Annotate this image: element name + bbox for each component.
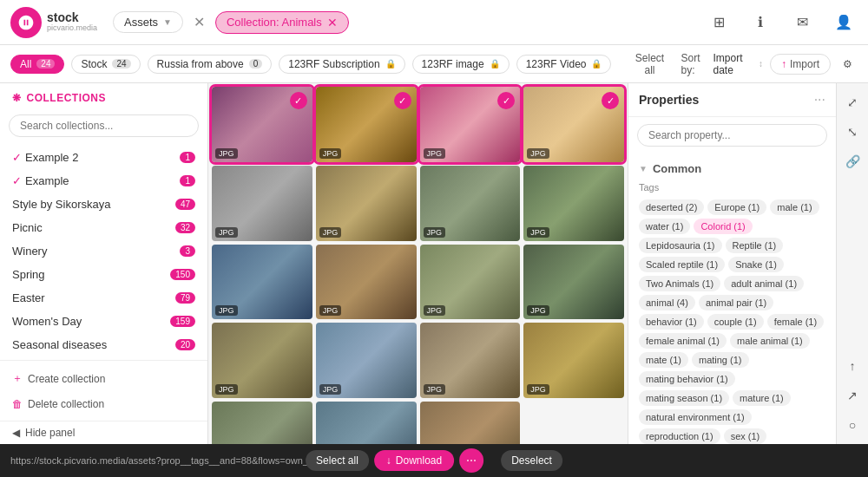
tag-chip[interactable]: female animal (1) bbox=[639, 333, 727, 349]
image-cell[interactable]: JPG bbox=[523, 166, 624, 241]
sort-control[interactable]: Sort by: Import date ↕ bbox=[681, 52, 763, 76]
settings-icon[interactable]: ⚙ bbox=[838, 52, 858, 76]
tag-chip[interactable]: Lepidosauria (1) bbox=[639, 238, 722, 253]
tags-container: deserted (2) Europe (1) male (1) water (… bbox=[628, 196, 836, 444]
image-cell[interactable]: JPG bbox=[523, 245, 624, 320]
sidebar-item-example2[interactable]: ✓ Example 2 1 bbox=[0, 146, 207, 169]
sidebar-item-womens-day[interactable]: Women's Day 159 bbox=[0, 310, 207, 333]
collection-tag[interactable]: Collection: Animals ✕ bbox=[215, 11, 349, 34]
image-cell[interactable]: JPG bbox=[316, 166, 417, 241]
sidebar-item-winery[interactable]: Winery 3 bbox=[0, 239, 207, 263]
tag-chip[interactable]: Two Animals (1) bbox=[639, 276, 720, 291]
delete-collection-button[interactable]: 🗑 Delete collection bbox=[12, 395, 195, 414]
filter-123rf-image-label: 123RF image bbox=[422, 58, 484, 70]
image-cell[interactable]: JPG bbox=[316, 245, 417, 320]
tag-chip[interactable]: Reptile (1) bbox=[726, 238, 784, 253]
create-collection-button[interactable]: ＋ Create collection bbox=[12, 368, 195, 389]
tag-chip[interactable]: natural environment (1) bbox=[639, 409, 752, 425]
image-cell[interactable]: ✓ JPG bbox=[212, 87, 312, 162]
tag-chip[interactable]: adult animal (1) bbox=[724, 276, 804, 291]
tag-chip[interactable]: couple (1) bbox=[707, 314, 764, 330]
collection-tag-close[interactable]: ✕ bbox=[327, 16, 338, 29]
tag-chip[interactable]: mating behavior (1) bbox=[639, 371, 735, 387]
tag-chip[interactable]: female (1) bbox=[767, 314, 825, 330]
download-button[interactable]: ↓ Download bbox=[374, 450, 454, 471]
image-cell[interactable]: JPG bbox=[523, 323, 624, 398]
plus-icon: ＋ bbox=[12, 371, 23, 386]
tag-chip[interactable]: male animal (1) bbox=[730, 333, 810, 349]
assets-tab[interactable]: Assets ▼ bbox=[113, 11, 183, 33]
check-icon: ✓ bbox=[12, 151, 22, 164]
sidebar-item-seasonal[interactable]: Seasonal diseases 20 bbox=[0, 333, 207, 356]
sidebar-item-style[interactable]: Style by Sikorskaya 47 bbox=[0, 193, 207, 216]
tag-chip[interactable]: Colorid (1) bbox=[694, 219, 752, 234]
info-icon[interactable]: ℹ bbox=[746, 9, 774, 36]
sidebar-item-picnic[interactable]: Picnic 32 bbox=[0, 216, 207, 239]
filter-123rf-image[interactable]: 123RF image 🔒 bbox=[412, 55, 510, 74]
select-all-bottom-button[interactable]: Select all bbox=[306, 450, 369, 471]
sidebar-search-input[interactable] bbox=[9, 114, 199, 137]
tag-chip[interactable]: mate (1) bbox=[639, 352, 688, 368]
format-badge: JPG bbox=[424, 148, 446, 159]
properties-menu-button[interactable]: ··· bbox=[814, 92, 825, 108]
tag-chip[interactable]: mature (1) bbox=[733, 390, 791, 406]
image-cell[interactable]: ✓ JPG bbox=[420, 87, 521, 162]
image-cell[interactable]: JPG bbox=[212, 402, 312, 444]
sliders-icon[interactable]: ⊞ bbox=[705, 9, 733, 36]
deselect-button[interactable]: Deselect bbox=[501, 450, 562, 471]
tag-chip[interactable]: animal pair (1) bbox=[699, 295, 773, 310]
close-assets-button[interactable]: ✕ bbox=[190, 10, 208, 34]
sidebar-item-easter[interactable]: Easter 79 bbox=[0, 286, 207, 310]
mail-icon[interactable]: ✉ bbox=[788, 9, 816, 36]
image-cell[interactable]: JPG bbox=[316, 402, 417, 444]
tag-chip[interactable]: water (1) bbox=[639, 219, 690, 234]
image-cell[interactable]: JPG bbox=[420, 245, 521, 320]
bottombar: https://stock.picvario.media/assets?prop… bbox=[0, 444, 868, 477]
tag-chip[interactable]: male (1) bbox=[770, 199, 819, 215]
share-icon[interactable]: ↗ bbox=[840, 383, 865, 408]
import-button[interactable]: ↑ Import bbox=[770, 54, 831, 75]
properties-title: Properties bbox=[639, 93, 699, 107]
tag-chip[interactable]: sex (1) bbox=[724, 428, 767, 444]
image-cell[interactable]: ✓ JPG bbox=[523, 87, 624, 162]
arrow-up-icon[interactable]: ↑ bbox=[840, 354, 865, 378]
select-all-button[interactable]: Select all bbox=[625, 49, 674, 80]
tag-chip[interactable]: reproduction (1) bbox=[639, 428, 720, 444]
image-cell[interactable]: JPG bbox=[212, 323, 312, 398]
image-cell[interactable]: JPG bbox=[420, 402, 521, 444]
filter-all[interactable]: All 24 bbox=[10, 55, 64, 74]
image-grid-container[interactable]: ✓ JPG ✓ JPG ✓ JPG ✓ JPG JPG JPG bbox=[208, 83, 628, 444]
image-cell[interactable]: JPG bbox=[420, 323, 521, 398]
circle-icon[interactable]: ○ bbox=[840, 413, 865, 437]
filter-123rf-video[interactable]: 123RF Video 🔒 bbox=[516, 55, 612, 74]
tag-chip[interactable]: mating season (1) bbox=[639, 390, 729, 406]
filter-123rf-sub[interactable]: 123RF Subscription 🔒 bbox=[279, 55, 404, 74]
image-cell[interactable]: ✓ JPG bbox=[316, 87, 417, 162]
tag-chip[interactable]: mating (1) bbox=[692, 352, 749, 368]
image-cell[interactable]: JPG bbox=[212, 166, 312, 241]
image-cell[interactable]: JPG bbox=[420, 166, 521, 241]
filter-russia-label: Russia from above bbox=[157, 58, 244, 70]
image-cell[interactable]: JPG bbox=[212, 245, 312, 320]
common-section-header[interactable]: ▼ Common bbox=[628, 157, 836, 180]
user-icon[interactable]: 👤 bbox=[830, 9, 858, 36]
hide-panel-button[interactable]: ◀ Hide panel bbox=[0, 421, 207, 444]
link-icon[interactable]: 🔗 bbox=[840, 149, 865, 173]
tag-chip[interactable]: animal (4) bbox=[639, 295, 695, 310]
sidebar-item-example[interactable]: ✓ Example 1 bbox=[0, 169, 207, 193]
sidebar-title: COLLECTIONS bbox=[27, 92, 107, 104]
more-button[interactable]: ⋯ bbox=[459, 448, 483, 473]
filter-russia[interactable]: Russia from above 0 bbox=[148, 55, 273, 74]
tag-chip[interactable]: behavior (1) bbox=[639, 314, 704, 330]
filter-stock[interactable]: Stock 24 bbox=[71, 55, 140, 74]
shrink-icon[interactable]: ⤡ bbox=[840, 120, 865, 144]
properties-search-input[interactable] bbox=[637, 124, 827, 147]
expand-icon[interactable]: ⤢ bbox=[840, 90, 865, 114]
sidebar-item-spring[interactable]: Spring 150 bbox=[0, 263, 207, 286]
tag-chip[interactable]: Europe (1) bbox=[707, 199, 766, 215]
import-label: Import bbox=[790, 58, 819, 70]
image-cell[interactable]: JPG bbox=[316, 323, 417, 398]
tag-chip[interactable]: Scaled reptile (1) bbox=[639, 257, 725, 272]
tag-chip[interactable]: deserted (2) bbox=[639, 199, 704, 215]
tag-chip[interactable]: Snake (1) bbox=[728, 257, 784, 272]
